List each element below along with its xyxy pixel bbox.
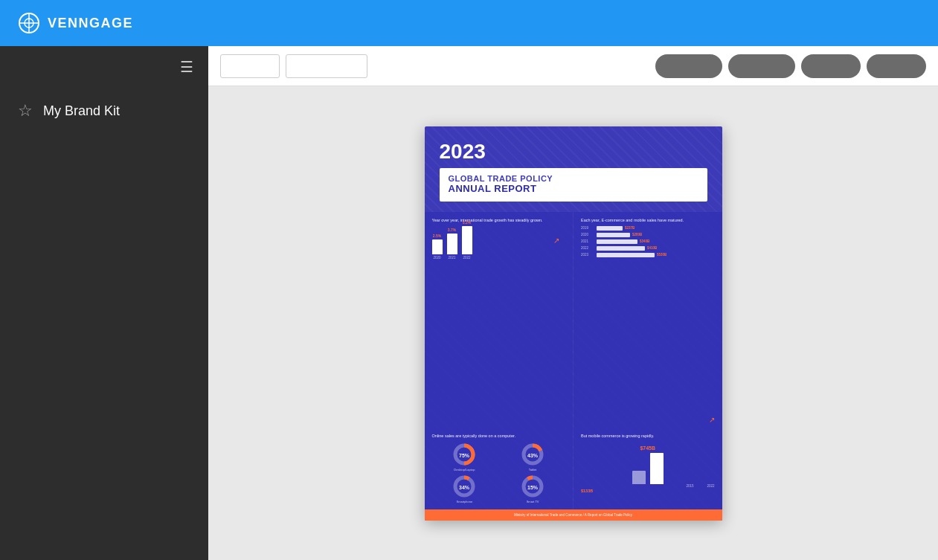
growth-chart: $745B 2015 2022 <box>581 442 715 493</box>
infographic-footer: Ministry of International Trade and Comm… <box>425 509 722 521</box>
left-chart-title: Year over year, international trade grow… <box>432 218 566 223</box>
donut-label-tablet: Tablet <box>529 468 537 472</box>
left-bar-chart-panel: Year over year, international trade grow… <box>425 212 574 428</box>
donut-chart-desktop: 75% <box>452 442 476 466</box>
hbar-fill-2023 <box>597 253 655 257</box>
donut-chart-tablet: 43% <box>521 442 545 466</box>
infographic-preview: 2023 GLOBAL TRADE POLICY ANNUAL REPORT Y… <box>425 126 722 521</box>
infographic-title-line2: ANNUAL REPORT <box>449 183 698 194</box>
infographic-year: 2023 <box>440 140 707 164</box>
toolbar-button-2[interactable] <box>728 54 795 78</box>
toolbar-input-1[interactable] <box>220 54 280 78</box>
growth-chart-panel: But mobile commerce is growing rapidly. … <box>574 428 722 509</box>
horizontal-bar-chart: 2019 $237B 2020 $280B 2021 <box>581 226 715 257</box>
bar-pct-2021: 3.7% <box>448 228 456 232</box>
growth-val-bottom: $133B <box>581 489 593 493</box>
donut-charts-panel: Online sales are typically done on a com… <box>425 428 574 509</box>
hbar-fill-2020 <box>597 233 630 237</box>
hbar-row-2020: 2020 $280B <box>581 233 715 237</box>
toolbar-button-4[interactable] <box>867 54 926 78</box>
svg-text:15%: 15% <box>527 485 539 490</box>
right-chart-title: Each year, E-commerce and mobile sales h… <box>581 218 715 223</box>
bar-group-2022: 5.2% 2022 <box>462 220 472 260</box>
star-icon: ☆ <box>18 101 33 120</box>
donut-label-smarttv: Smart TV <box>527 500 539 503</box>
bar-col-2021 <box>447 234 457 254</box>
layout: ☰ ☆ My Brand Kit 2023 GLOBAL <box>0 46 938 560</box>
growth-bar-2015 <box>632 471 646 484</box>
bar-group-2021: 3.7% 2021 <box>447 228 457 260</box>
growth-year-2015: 2015 <box>686 484 693 488</box>
donut-chart-smartphone: 34% <box>452 474 476 498</box>
svg-text:43%: 43% <box>527 453 539 458</box>
svg-text:34%: 34% <box>459 485 470 490</box>
growth-bars <box>581 451 715 484</box>
right-hbar-chart-panel: Each year, E-commerce and mobile sales h… <box>574 212 722 428</box>
bar-year-2020: 2020 <box>433 256 440 260</box>
donut-item-desktop: 75% Desktop/Laptop <box>432 442 498 472</box>
growth-chart-title: But mobile commerce is growing rapidly. <box>581 434 715 439</box>
footer-text: Ministry of International Trade and Comm… <box>432 513 715 517</box>
hbar-fill-2022 <box>597 246 645 251</box>
donut-item-tablet: 43% Tablet <box>500 442 565 472</box>
hbar-fill-2019 <box>597 226 623 231</box>
hbar-row-2019: 2019 $237B <box>581 226 715 231</box>
logo-text: VENNGAGE <box>48 16 133 31</box>
brand-kit-label: My Brand Kit <box>43 103 120 119</box>
toolbar-input-2[interactable] <box>286 54 367 78</box>
toolbar-button-1[interactable] <box>655 54 722 78</box>
infographic-title-line1: GLOBAL TRADE POLICY <box>449 174 698 183</box>
bar-col-2022 <box>462 226 472 254</box>
hbar-row-2022: 2022 $410B <box>581 246 715 251</box>
canvas-area: 2023 GLOBAL TRADE POLICY ANNUAL REPORT Y… <box>208 86 938 560</box>
sidebar: ☰ ☆ My Brand Kit <box>0 46 208 560</box>
bar-pct-2022: 5.2% <box>463 220 471 225</box>
svg-text:75%: 75% <box>459 453 470 458</box>
navbar: VENNGAGE <box>0 0 938 46</box>
venngage-logo-icon <box>18 12 40 34</box>
donut-item-smarttv: 15% Smart TV <box>500 474 565 503</box>
bottom-charts: Online sales are typically done on a com… <box>425 428 722 509</box>
donut-item-smartphone: 34% Smartphone <box>432 474 498 503</box>
toolbar <box>208 46 938 86</box>
donut-label-smartphone: Smartphone <box>456 500 472 503</box>
left-bar-chart: 2.5% 2020 3.7% 2021 5.2% <box>432 226 566 260</box>
bar-group-2020: 2.5% 2020 <box>432 234 443 260</box>
hbar-fill-2021 <box>597 239 637 244</box>
hbar-row-2021: 2021 $340B <box>581 239 715 244</box>
brand-kit-nav-item[interactable]: ☆ My Brand Kit <box>0 88 208 134</box>
infographic-title-box: GLOBAL TRADE POLICY ANNUAL REPORT <box>440 168 707 202</box>
bar-year-2021: 2021 <box>448 256 455 260</box>
donut-label-desktop: Desktop/Laptop <box>454 468 475 472</box>
donut-chart-smarttv: 15% <box>521 474 545 498</box>
bar-col-2020 <box>432 239 443 254</box>
growth-bar-2022 <box>650 453 664 484</box>
trend-arrow-icon: ↗ <box>553 236 559 245</box>
toolbar-button-3[interactable] <box>801 54 861 78</box>
infographic-header: 2023 GLOBAL TRADE POLICY ANNUAL REPORT <box>425 126 722 212</box>
main-content: 2023 GLOBAL TRADE POLICY ANNUAL REPORT Y… <box>208 46 938 560</box>
top-charts: Year over year, international trade grow… <box>425 212 722 428</box>
growth-year-2022: 2022 <box>707 484 714 488</box>
growth-bar-years: 2015 2022 <box>686 484 714 488</box>
growth-arrow-icon: ↗ <box>709 416 715 424</box>
sidebar-header: ☰ <box>0 46 208 88</box>
hamburger-icon[interactable]: ☰ <box>180 58 193 76</box>
donut-grid: 75% Desktop/Laptop 43% Tablet <box>432 442 566 503</box>
donut-chart-title: Online sales are typically done on a com… <box>432 434 566 439</box>
logo-area: VENNGAGE <box>18 12 133 34</box>
hbar-row-2023: 2023 $530B <box>581 253 715 257</box>
growth-val-top: $745B <box>640 445 655 451</box>
bar-year-2022: 2022 <box>463 256 470 260</box>
bar-pct-2020: 2.5% <box>433 234 441 238</box>
